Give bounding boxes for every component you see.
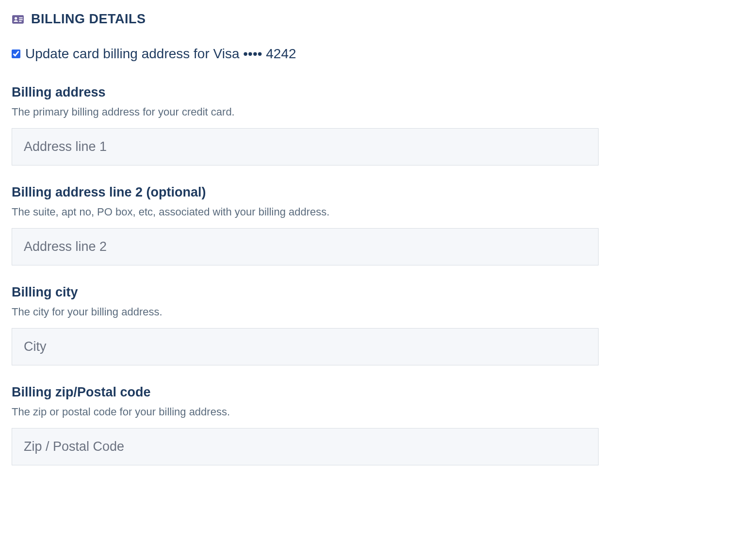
contact-card-icon	[12, 13, 24, 26]
field-label-address1: Billing address	[12, 85, 735, 100]
svg-rect-3	[19, 19, 23, 20]
field-address1: Billing address The primary billing addr…	[12, 85, 735, 165]
svg-rect-4	[19, 21, 21, 22]
zip-input[interactable]	[12, 428, 599, 465]
update-billing-checkbox-row: Update card billing address for Visa •••…	[12, 46, 735, 62]
svg-rect-2	[19, 17, 23, 18]
svg-point-1	[15, 17, 17, 19]
field-zip: Billing zip/Postal code The zip or posta…	[12, 385, 735, 465]
field-label-zip: Billing zip/Postal code	[12, 385, 735, 400]
field-label-address2: Billing address line 2 (optional)	[12, 185, 735, 200]
address-line-1-input[interactable]	[12, 128, 599, 165]
city-input[interactable]	[12, 328, 599, 365]
field-address2: Billing address line 2 (optional) The su…	[12, 185, 735, 265]
field-city: Billing city The city for your billing a…	[12, 285, 735, 365]
field-label-city: Billing city	[12, 285, 735, 300]
field-description-zip: The zip or postal code for your billing …	[12, 406, 735, 418]
update-billing-checkbox[interactable]	[12, 49, 20, 58]
field-description-address2: The suite, apt no, PO box, etc, associat…	[12, 206, 735, 218]
field-description-city: The city for your billing address.	[12, 306, 735, 318]
address-line-2-input[interactable]	[12, 228, 599, 265]
update-billing-label[interactable]: Update card billing address for Visa •••…	[25, 46, 296, 62]
section-title: BILLING DETAILS	[31, 12, 146, 27]
field-description-address1: The primary billing address for your cre…	[12, 106, 735, 118]
section-header: BILLING DETAILS	[12, 12, 735, 27]
